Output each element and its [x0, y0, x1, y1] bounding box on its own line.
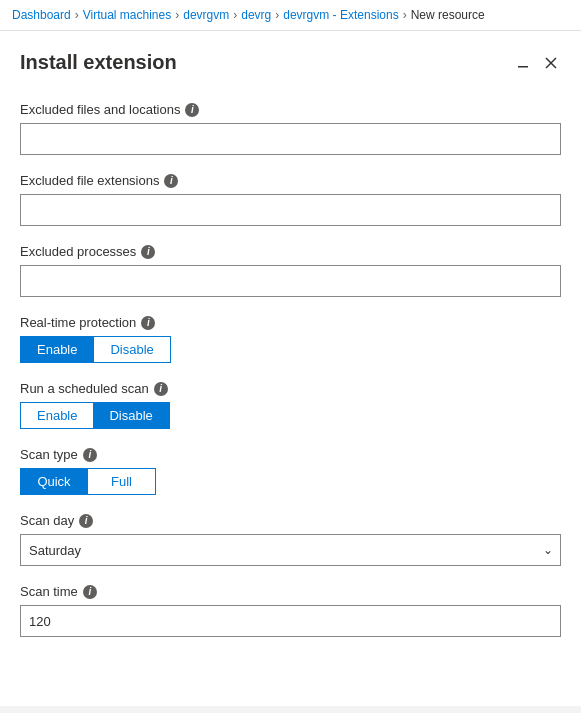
page-title: Install extension — [20, 51, 177, 74]
excluded-processes-info-icon[interactable]: i — [141, 245, 155, 259]
scheduled-scan-group: Run a scheduled scan i Enable Disable — [20, 381, 561, 429]
excluded-files-input[interactable] — [20, 123, 561, 155]
svg-rect-0 — [518, 66, 528, 68]
scan-day-info-icon[interactable]: i — [79, 514, 93, 528]
realtime-protection-toggle: Enable Disable — [20, 336, 561, 363]
scan-type-toggle: Quick Full — [20, 468, 561, 495]
breadcrumb-item-vms[interactable]: Virtual machines — [83, 8, 172, 22]
excluded-extensions-group: Excluded file extensions i — [20, 173, 561, 226]
breadcrumb-separator: › — [75, 8, 79, 22]
excluded-extensions-info-icon[interactable]: i — [164, 174, 178, 188]
excluded-processes-group: Excluded processes i — [20, 244, 561, 297]
breadcrumb-separator-2: › — [175, 8, 179, 22]
minimize-icon — [517, 57, 529, 69]
minimize-button[interactable] — [513, 55, 533, 71]
breadcrumb-item-new-resource: New resource — [411, 8, 485, 22]
scan-day-select[interactable]: Sunday Monday Tuesday Wednesday Thursday… — [20, 534, 561, 566]
panel-header-icons — [513, 55, 561, 71]
close-icon — [545, 57, 557, 69]
scheduled-scan-info-icon[interactable]: i — [154, 382, 168, 396]
panel-header: Install extension — [20, 51, 561, 74]
scan-type-group: Scan type i Quick Full — [20, 447, 561, 495]
excluded-files-group: Excluded files and locations i — [20, 102, 561, 155]
excluded-processes-label: Excluded processes i — [20, 244, 561, 259]
scan-time-input[interactable] — [20, 605, 561, 637]
excluded-files-label: Excluded files and locations i — [20, 102, 561, 117]
scan-day-select-wrapper: Sunday Monday Tuesday Wednesday Thursday… — [20, 534, 561, 566]
install-extension-panel: Install extension Excluded files and loc… — [0, 31, 581, 706]
excluded-extensions-input[interactable] — [20, 194, 561, 226]
scheduled-scan-enable-button[interactable]: Enable — [20, 402, 93, 429]
scheduled-scan-label: Run a scheduled scan i — [20, 381, 561, 396]
scheduled-scan-toggle: Enable Disable — [20, 402, 561, 429]
scan-day-label: Scan day i — [20, 513, 561, 528]
scan-time-info-icon[interactable]: i — [83, 585, 97, 599]
close-button[interactable] — [541, 55, 561, 71]
realtime-protection-info-icon[interactable]: i — [141, 316, 155, 330]
scan-time-label: Scan time i — [20, 584, 561, 599]
breadcrumb-item-dashboard[interactable]: Dashboard — [12, 8, 71, 22]
scan-time-group: Scan time i — [20, 584, 561, 637]
realtime-protection-label: Real-time protection i — [20, 315, 561, 330]
realtime-disable-button[interactable]: Disable — [94, 336, 170, 363]
excluded-files-info-icon[interactable]: i — [185, 103, 199, 117]
realtime-enable-button[interactable]: Enable — [20, 336, 94, 363]
scan-day-group: Scan day i Sunday Monday Tuesday Wednesd… — [20, 513, 561, 566]
scan-type-label: Scan type i — [20, 447, 561, 462]
breadcrumb-item-extensions[interactable]: devrgvm - Extensions — [283, 8, 398, 22]
breadcrumb-separator-3: › — [233, 8, 237, 22]
scan-type-full-button[interactable]: Full — [88, 468, 156, 495]
excluded-processes-input[interactable] — [20, 265, 561, 297]
excluded-extensions-label: Excluded file extensions i — [20, 173, 561, 188]
realtime-protection-group: Real-time protection i Enable Disable — [20, 315, 561, 363]
breadcrumb-separator-4: › — [275, 8, 279, 22]
scan-type-info-icon[interactable]: i — [83, 448, 97, 462]
scan-type-quick-button[interactable]: Quick — [20, 468, 88, 495]
breadcrumb-separator-5: › — [403, 8, 407, 22]
breadcrumb-item-devrg[interactable]: devrg — [241, 8, 271, 22]
scheduled-scan-disable-button[interactable]: Disable — [93, 402, 169, 429]
breadcrumb-item-devrgvm[interactable]: devrgvm — [183, 8, 229, 22]
breadcrumb: Dashboard › Virtual machines › devrgvm ›… — [0, 0, 581, 31]
